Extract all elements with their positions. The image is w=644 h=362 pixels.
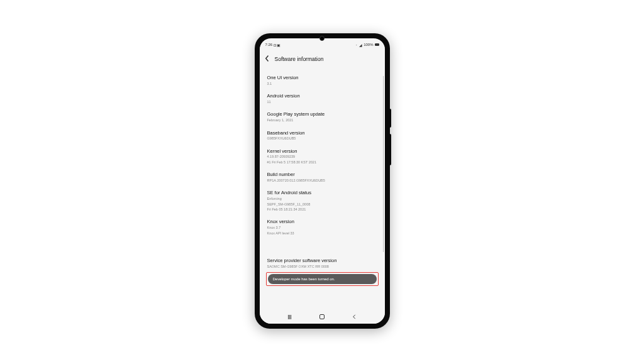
row-title: Android version — [267, 93, 379, 99]
row-value: February 1, 2021 — [267, 118, 379, 123]
wifi-icon: ⬫ — [355, 43, 358, 47]
row-value: RP1A.200720.012.G985FXXU6DUB5 — [267, 178, 379, 183]
row-knox-version[interactable]: Knox version Knox 3.7 Knox API level 33 — [267, 215, 379, 239]
phone-frame: 7:26 ◘ ▣ ⬫ ◢ 100% Software information O… — [255, 33, 390, 329]
statusbar-left: 7:26 ◘ ▣ — [265, 43, 281, 47]
row-value-line2: SEPF_SM-G985F_11_0008 — [267, 202, 379, 207]
row-title: SE for Android status — [267, 190, 379, 196]
row-value-line1: Knox 3.7 — [267, 226, 379, 230]
page-header: Software information — [260, 50, 385, 71]
nav-home-button[interactable] — [314, 312, 330, 321]
row-title: Kernel version — [267, 148, 379, 155]
row-value: SAOMC SM-G985F OXM XTC RR 0008 — [267, 265, 379, 269]
row-service-provider[interactable]: Service provider software version SAOMC … — [267, 254, 379, 272]
front-camera-punchhole — [319, 36, 325, 41]
home-icon — [319, 314, 325, 319]
statusbar-right: ⬫ ◢ 100% — [355, 43, 379, 47]
row-play-update[interactable]: Google Play system update February 1, 20… — [267, 107, 379, 126]
back-icon[interactable] — [265, 53, 270, 65]
row-se-android[interactable]: SE for Android status Enforcing SEPF_SM-… — [267, 186, 379, 215]
row-title: Build number — [267, 172, 379, 178]
row-kernel[interactable]: Kernel version 4.19.87-20939239 #1 Fri F… — [267, 145, 379, 168]
row-value-line2: #1 Fri Feb 5 17:58:30 KST 2021 — [267, 160, 379, 165]
row-baseband[interactable]: Baseband version G985FXXU6DUB5 — [267, 126, 379, 145]
row-one-ui-version[interactable]: One UI version 3.1 — [267, 71, 379, 89]
row-title: Baseband version — [267, 130, 379, 136]
row-value: G985FXXU6DUB5 — [267, 136, 379, 141]
toast-highlight-box: Developer mode has been turned on. — [266, 272, 379, 286]
back-icon — [352, 311, 357, 322]
page-title: Software information — [275, 56, 324, 62]
recents-icon — [288, 315, 291, 319]
row-title: Service provider software version — [267, 258, 379, 264]
battery-percent: 100% — [364, 43, 373, 47]
signal-icon: ◢ — [359, 43, 362, 47]
row-value-line3: Fri Feb 05 18:21:34 2021 — [267, 207, 379, 212]
navigation-bar — [260, 311, 385, 324]
nav-recents-button[interactable] — [282, 312, 297, 321]
row-build-number[interactable]: Build number RP1A.200720.012.G985FXXU6DU… — [267, 168, 379, 186]
row-value-line2: Knox API level 33 — [267, 231, 379, 236]
row-value-line1: 4.19.87-20939239 — [267, 155, 379, 159]
toast-message: Developer mode has been turned on. — [268, 274, 377, 284]
status-notif-icons: ◘ ▣ — [274, 43, 280, 47]
row-value-line1: Enforcing — [267, 197, 379, 201]
phone-screen: 7:26 ◘ ▣ ⬫ ◢ 100% Software information O… — [260, 38, 385, 324]
row-title: Knox version — [267, 219, 379, 225]
nav-back-button[interactable] — [347, 312, 362, 321]
row-value: 11 — [267, 100, 379, 104]
row-value: 3.1 — [267, 82, 379, 86]
scrollbar[interactable] — [383, 76, 384, 252]
row-android-version[interactable]: Android version 11 — [267, 89, 379, 107]
battery-icon — [375, 43, 379, 46]
status-bar: 7:26 ◘ ▣ ⬫ ◢ 100% — [260, 40, 385, 50]
row-title: Google Play system update — [267, 111, 379, 118]
status-time: 7:26 — [265, 43, 273, 47]
settings-list[interactable]: One UI version 3.1 Android version 11 Go… — [260, 71, 385, 311]
row-title: One UI version — [267, 75, 379, 81]
